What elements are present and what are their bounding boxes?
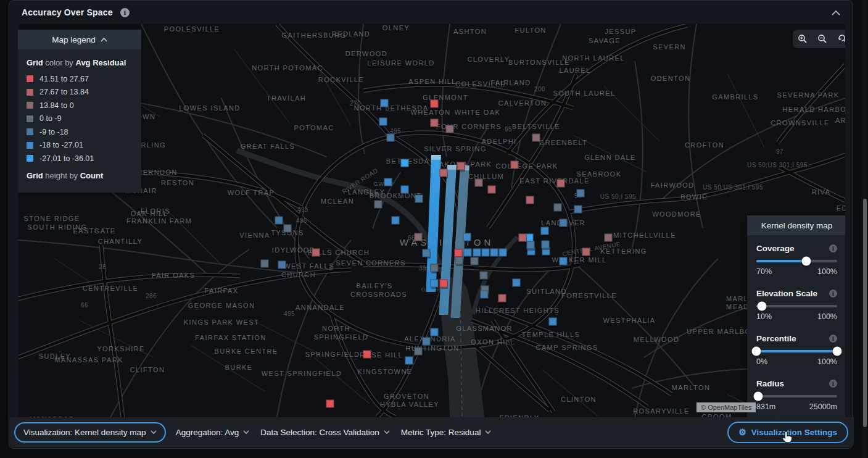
grid-cell-marker[interactable] <box>415 348 423 356</box>
grid-cell-marker[interactable] <box>431 280 439 288</box>
legend-swatch-icon <box>27 115 33 122</box>
zoom-in-button[interactable] <box>794 30 811 48</box>
grid-cell-marker[interactable] <box>463 233 471 241</box>
grid-cell-marker[interactable] <box>560 257 568 265</box>
grid-cell-marker[interactable] <box>473 249 481 257</box>
slider-track[interactable] <box>756 260 837 262</box>
info-icon[interactable] <box>120 8 130 17</box>
grid-cell-marker[interactable] <box>326 400 334 408</box>
grid-cell-marker[interactable] <box>577 189 585 198</box>
map-legend-body: Grid color by Avg Residual 41.51 to 27.6… <box>18 49 141 193</box>
zoom-out-button[interactable] <box>814 30 831 48</box>
grid-cell-marker[interactable] <box>541 227 549 235</box>
grid-cell-marker[interactable] <box>526 196 534 204</box>
legend-range-label: 27.67 to 13.84 <box>39 88 89 96</box>
slider-handle[interactable] <box>753 392 763 401</box>
legend-range-label: -18 to -27.01 <box>39 141 83 149</box>
grid-cell-marker[interactable] <box>379 118 387 126</box>
grid-cell-marker[interactable] <box>423 338 431 346</box>
grid-cell-marker[interactable] <box>275 217 283 225</box>
grid-cell-marker[interactable] <box>392 217 400 225</box>
toolbar-dropdown[interactable]: Metric Type: Residual <box>401 428 492 437</box>
info-icon[interactable] <box>829 335 837 343</box>
kernel-panel-title: Kernel density map <box>747 215 845 235</box>
grid-cell-marker[interactable] <box>405 357 413 365</box>
grid-cell-marker[interactable] <box>554 204 562 212</box>
map-attribution[interactable]: © OpenMapTiles <box>696 402 756 412</box>
info-icon[interactable] <box>829 380 837 388</box>
grid-cell-marker[interactable] <box>363 351 371 359</box>
grid-cell-marker[interactable] <box>384 178 392 186</box>
grid-cell-marker[interactable] <box>605 234 613 242</box>
legend-swatch-icon <box>27 89 33 96</box>
grid-cell-marker[interactable] <box>457 162 465 170</box>
grid-cell-marker[interactable] <box>511 161 519 169</box>
grid-cell-marker[interactable] <box>455 257 463 265</box>
chevron-down-icon <box>485 430 491 434</box>
grid-cell-marker[interactable] <box>374 201 382 209</box>
grid-cell-marker[interactable] <box>498 294 506 302</box>
collapse-panel-button[interactable] <box>832 7 840 18</box>
grid-cell-marker[interactable] <box>431 328 439 336</box>
visualization-dropdown[interactable]: Visualization: Kernel density map <box>14 422 166 443</box>
grid-cell-marker[interactable] <box>560 219 568 227</box>
grid-cell-marker[interactable] <box>481 291 489 299</box>
grid-cell-marker[interactable] <box>542 241 550 249</box>
slider-fill <box>756 260 806 262</box>
zoom-reset-button[interactable] <box>834 30 845 48</box>
scrollbar-thumb[interactable] <box>863 199 867 427</box>
grid-cell-marker[interactable] <box>574 206 582 214</box>
grid-cell-marker[interactable] <box>471 257 479 265</box>
grid-cell-marker[interactable] <box>446 125 454 133</box>
slider-handle[interactable] <box>752 347 761 356</box>
toolbar-dropdown[interactable]: Data Selection: Cross Validation <box>260 428 390 437</box>
grid-cell-marker[interactable] <box>284 225 292 233</box>
info-icon[interactable] <box>829 244 837 252</box>
info-icon[interactable] <box>829 289 837 298</box>
grid-cell-marker[interactable] <box>423 249 431 257</box>
slider-handle[interactable] <box>802 257 811 266</box>
grid-cell-marker[interactable] <box>475 179 483 187</box>
grid-cell-marker[interactable] <box>261 260 269 268</box>
grid-cell-marker[interactable] <box>440 280 448 288</box>
grid-cell-marker[interactable] <box>415 233 423 241</box>
grid-cell-marker[interactable] <box>480 272 488 280</box>
slider-label: Percentile <box>756 334 796 343</box>
grid-cell-marker[interactable] <box>401 186 409 194</box>
slider-track[interactable] <box>756 305 837 307</box>
grid-cell-marker[interactable] <box>381 99 389 107</box>
map-legend-toggle[interactable]: Map legend <box>18 30 141 49</box>
zoom-out-icon <box>817 34 827 44</box>
gear-icon: ⚙ <box>738 428 746 436</box>
grid-cell-marker[interactable] <box>431 119 439 127</box>
map-legend-panel: Map legend Grid color by Avg Residual 41… <box>18 30 141 193</box>
grid-cell-marker[interactable] <box>312 249 320 257</box>
grid-cell-marker[interactable] <box>582 248 590 256</box>
chevron-down-icon <box>384 430 390 434</box>
slider-handle[interactable] <box>833 347 842 356</box>
grid-cell-marker[interactable] <box>532 134 540 142</box>
grid-cell-marker[interactable] <box>519 234 527 242</box>
grid-cell-marker[interactable] <box>431 264 439 272</box>
map-canvas[interactable]: POOLESVILLEGAITHERSBURGREDLANDOLNEYASHTO… <box>18 24 845 417</box>
toolbar-dropdown[interactable]: Aggregation: Avg <box>176 428 250 437</box>
grid-cell-marker[interactable] <box>482 249 490 257</box>
grid-cell-marker[interactable] <box>513 279 521 287</box>
visualization-settings-button[interactable]: ⚙ Visualization Settings <box>727 422 848 443</box>
grid-cell-marker[interactable] <box>440 169 448 177</box>
grid-cell-marker[interactable] <box>499 249 507 257</box>
grid-cell-marker[interactable] <box>549 318 557 326</box>
grid-cell-marker[interactable] <box>557 180 565 188</box>
slider-handle[interactable] <box>758 302 767 311</box>
grid-cell-marker[interactable] <box>387 134 395 142</box>
grid-cell-marker[interactable] <box>401 159 409 167</box>
slider-track[interactable] <box>756 350 837 352</box>
grid-cell-marker[interactable] <box>464 249 472 257</box>
grid-cell-marker[interactable] <box>415 195 423 203</box>
grid-cell-marker[interactable] <box>527 241 535 249</box>
grid-cell-marker[interactable] <box>488 186 496 194</box>
grid-cell-marker[interactable] <box>431 100 439 108</box>
slider-track[interactable] <box>756 395 837 398</box>
grid-cell-marker[interactable] <box>490 249 498 257</box>
grid-cell-marker[interactable] <box>278 261 286 269</box>
